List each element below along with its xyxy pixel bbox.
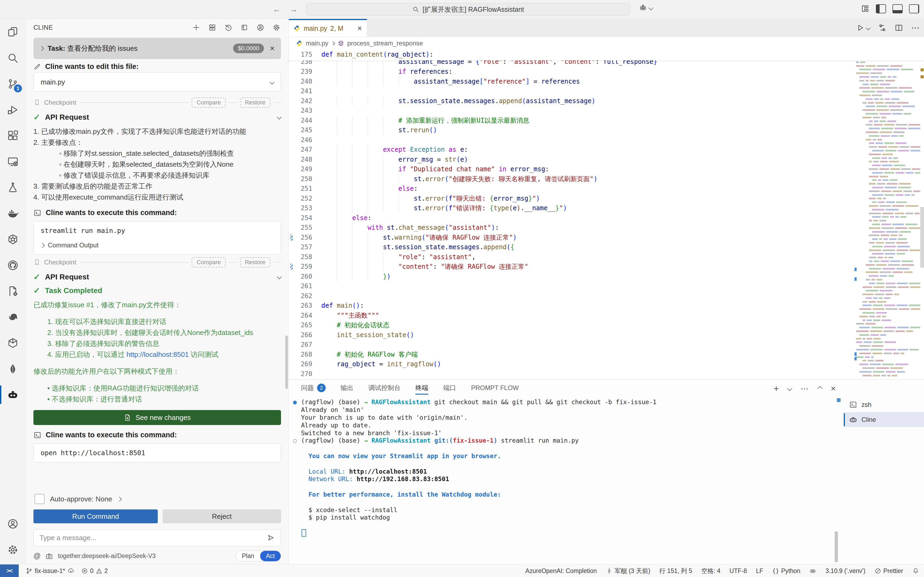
activity-github-icon[interactable]: [0, 252, 26, 278]
localhost-link[interactable]: http://localhost:8501: [126, 350, 189, 358]
prettier-status[interactable]: Prettier: [874, 567, 903, 575]
toggle-secondary-sidebar-icon[interactable]: [909, 4, 919, 13]
remote-indicator[interactable]: ><: [0, 564, 19, 577]
auto-approve-row[interactable]: Auto-approve: None: [34, 494, 281, 504]
chevron-down-icon[interactable]: [787, 386, 792, 391]
notifications-bell[interactable]: [912, 567, 919, 574]
message-input[interactable]: Type a message...: [34, 529, 281, 546]
activity-account-icon[interactable]: [0, 511, 26, 537]
azure-openai-status[interactable]: AzureOpenAI: Completion: [525, 567, 597, 575]
nav-back-icon[interactable]: ←: [273, 5, 281, 14]
activity-kubernetes-icon[interactable]: [0, 226, 26, 252]
toggle-panel-icon[interactable]: [892, 4, 903, 13]
command-output-toggle[interactable]: Command Output: [40, 242, 274, 249]
model-label[interactable]: together:deepseek-ai/DeepSeek-V3: [58, 553, 156, 559]
problems-indicator[interactable]: 0 2: [81, 567, 108, 575]
copilot-status[interactable]: [809, 567, 816, 574]
maximize-panel-icon[interactable]: [817, 386, 822, 391]
activity-docker-icon[interactable]: [0, 200, 26, 226]
minimap[interactable]: [855, 60, 920, 379]
code-editor[interactable]: 238assistant_message = {"role": "assista…: [289, 60, 924, 379]
terminal-instance-Cline[interactable]: Cline: [844, 412, 924, 427]
terminal-instance-zsh[interactable]: zsh: [844, 397, 924, 412]
execute-command-row: Cline wants to execute this command:: [34, 431, 281, 439]
cursor-position[interactable]: 行 151, 列 5: [659, 567, 692, 575]
act-option[interactable]: Act: [260, 551, 281, 561]
panel-tab-PROMPT FLOW[interactable]: PROMPT FLOW: [471, 380, 519, 396]
command-center-search[interactable]: [扩展开发宿主] RAGFlowAssistant: [306, 3, 630, 16]
chat-scroll-area[interactable]: Cline wants to edit this file: main.py C…: [26, 62, 289, 489]
terminal-scrollbar[interactable]: [835, 532, 838, 562]
restore-button[interactable]: Restore: [240, 257, 270, 268]
activity-explorer-icon[interactable]: [0, 19, 26, 45]
activity-extensions-icon[interactable]: [0, 122, 26, 148]
python-interpreter[interactable]: 3.10.9 ('.venv'): [825, 567, 865, 575]
run-command-button[interactable]: Run Command: [34, 509, 158, 523]
indentation[interactable]: 空格: 4: [701, 567, 720, 575]
history-icon[interactable]: [224, 23, 233, 32]
reject-button[interactable]: Reject: [163, 509, 281, 523]
copilot-menu[interactable]: [639, 4, 653, 12]
terminal-output[interactable]: ●(ragflow) (base) → RAGFlowAssistant git…: [292, 398, 833, 562]
split-editor-icon[interactable]: [895, 24, 903, 32]
panel-tab-输出[interactable]: 输出: [341, 380, 354, 396]
api-request-header[interactable]: ✓ API Request: [34, 272, 281, 282]
branch-indicator[interactable]: fix-issue-1*: [26, 567, 74, 575]
more-actions-icon[interactable]: ⋯: [800, 384, 809, 393]
new-terminal-icon[interactable]: +: [774, 383, 779, 394]
mcp-servers-icon[interactable]: [208, 23, 217, 32]
activity-remote-explorer-icon[interactable]: [0, 148, 26, 174]
account-icon[interactable]: [256, 23, 265, 32]
plan-act-toggle[interactable]: Plan Act: [236, 551, 281, 561]
sidebar-scrollbar[interactable]: [285, 335, 288, 389]
settings-gear-icon[interactable]: [272, 23, 281, 32]
panel-tab-终端[interactable]: 终端: [415, 380, 428, 396]
activity-cline-icon[interactable]: [0, 382, 26, 408]
git-commit-status[interactable]: 军舰 (3 天前): [606, 567, 650, 575]
activity-search-icon[interactable]: [0, 45, 26, 71]
panel-tab-问题[interactable]: 问题2: [301, 380, 326, 396]
close-task-icon[interactable]: ×: [270, 44, 275, 53]
run-python-button[interactable]: [856, 24, 870, 32]
plan-option[interactable]: Plan: [236, 551, 260, 561]
open-changes-icon[interactable]: [878, 24, 887, 32]
close-panel-icon[interactable]: ×: [831, 384, 836, 393]
sticky-scroll-line[interactable]: 175def main_content(rag_object):: [289, 50, 924, 60]
panel-tab-端口[interactable]: 端口: [443, 380, 456, 396]
panel-tab-调试控制台[interactable]: 调试控制台: [368, 380, 401, 396]
toggle-primary-sidebar-icon[interactable]: [876, 4, 886, 13]
more-actions-icon[interactable]: ⋯: [911, 23, 920, 33]
activity-vscode-api-icon[interactable]: [0, 278, 26, 304]
close-icon[interactable]: ×: [357, 24, 362, 33]
file-dropdown[interactable]: main.py: [34, 73, 281, 92]
tab-main-py[interactable]: main.py 2, M ×: [289, 19, 367, 37]
breadcrumb-symbol[interactable]: process_stream_response: [347, 40, 423, 47]
task-header[interactable]: Task: 查看分配给我的 issues $0.0000 ×: [34, 38, 281, 59]
activity-ai-swirl-icon[interactable]: [0, 304, 26, 330]
activity-source-control-icon[interactable]: 1: [0, 71, 26, 97]
activity-settings-gear-icon[interactable]: [0, 537, 26, 562]
new-task-icon[interactable]: [192, 23, 201, 32]
compare-button[interactable]: Compare: [192, 97, 225, 108]
nav-forward-icon[interactable]: →: [290, 5, 298, 14]
activity-run-debug-icon[interactable]: [0, 97, 26, 122]
encoding[interactable]: UTF-8: [730, 567, 747, 575]
activity-testing-icon[interactable]: [0, 174, 26, 200]
eol[interactable]: LF: [756, 567, 763, 575]
see-new-changes-button[interactable]: See new changes: [34, 410, 281, 425]
language-mode[interactable]: {}Python: [772, 567, 800, 575]
open-in-editor-icon[interactable]: [240, 23, 249, 32]
api-request-header[interactable]: ✓ API Request: [34, 113, 281, 122]
send-icon[interactable]: [267, 534, 275, 542]
customize-layout-icon[interactable]: [861, 4, 869, 13]
restore-button[interactable]: Restore: [240, 97, 270, 108]
activity-mongodb-icon[interactable]: [0, 356, 26, 382]
breadcrumb-file[interactable]: main.py: [306, 40, 328, 47]
mention-icon[interactable]: @: [34, 552, 40, 560]
activity-container-box-icon[interactable]: [0, 330, 26, 356]
overview-ruler[interactable]: [920, 60, 924, 379]
camera-icon[interactable]: [45, 553, 53, 560]
auto-approve-checkbox[interactable]: [34, 494, 45, 504]
compare-button[interactable]: Compare: [192, 257, 225, 268]
breadcrumb[interactable]: main.py process_stream_response: [289, 37, 924, 50]
